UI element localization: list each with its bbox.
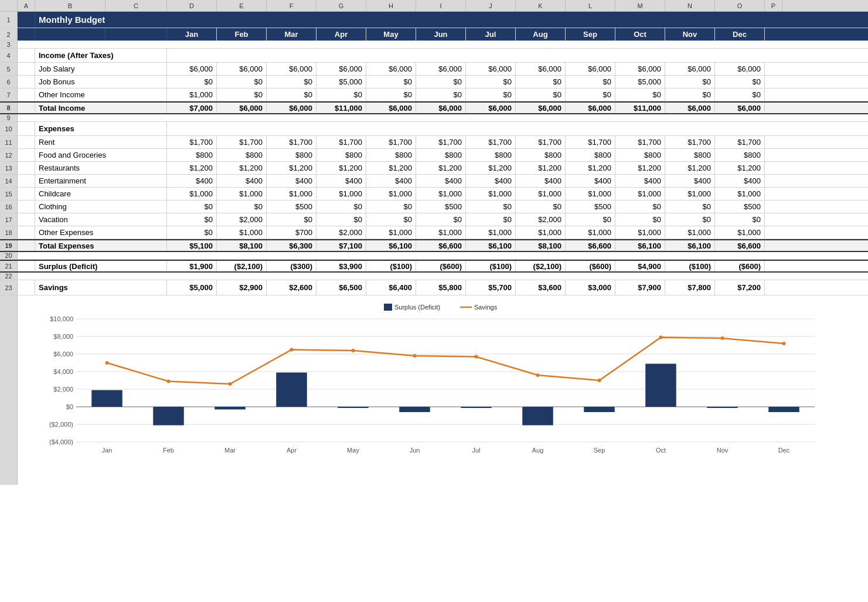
val-rent-may: $1,700 bbox=[366, 136, 416, 148]
row-6: 6 Job Bonus $0 $0 $0 $5,000 $0 $0 $0 $0 … bbox=[0, 76, 868, 89]
val-ti-aug: $6,000 bbox=[516, 103, 566, 113]
col-header-m: M bbox=[615, 0, 665, 11]
val-rent-mar: $1,700 bbox=[267, 136, 316, 148]
month-apr: Apr bbox=[316, 28, 366, 40]
svg-rect-23 bbox=[522, 407, 553, 426]
row-8: 8 Total Income $7,000 $6,000 $6,000 $11,… bbox=[0, 101, 868, 114]
val-te-sep: $6,600 bbox=[566, 240, 615, 251]
cell-17p bbox=[765, 213, 782, 226]
cell-4a bbox=[18, 49, 35, 62]
svg-rect-19 bbox=[276, 373, 307, 407]
val-ti-oct: $11,000 bbox=[615, 103, 665, 113]
svg-rect-27 bbox=[768, 407, 799, 412]
val-te-aug: $8,100 bbox=[516, 240, 566, 251]
val-sav-feb: $2,900 bbox=[217, 280, 267, 295]
row-17: 17 Vacation $0 $2,000 $0 $0 $0 $0 $0 $2,… bbox=[0, 213, 868, 226]
cell-10a bbox=[18, 122, 35, 135]
val-vac-sep: $0 bbox=[566, 213, 615, 226]
svg-text:Oct: Oct bbox=[656, 447, 666, 454]
val-other-dec: $0 bbox=[715, 89, 765, 101]
val-cloth-jul: $0 bbox=[466, 200, 516, 213]
val-food-jul: $800 bbox=[466, 149, 516, 161]
rn-12: 12 bbox=[0, 149, 18, 161]
val-te-feb: $8,100 bbox=[217, 240, 267, 251]
rn-23: 23 bbox=[0, 280, 18, 295]
row-2: 2 Jan Feb Mar Apr May Jun Jul Aug Sep Oc… bbox=[0, 28, 868, 41]
rn-9: 9 bbox=[0, 114, 18, 121]
val-te-may: $6,100 bbox=[366, 240, 416, 251]
val-rent-dec: $1,700 bbox=[715, 136, 765, 148]
row-9: 9 bbox=[0, 114, 868, 122]
chart-area: $10,000$8,000$6,000$4,000$2,000$0($2,000… bbox=[18, 295, 868, 485]
svg-text:Jun: Jun bbox=[410, 447, 420, 454]
val-bonus-nov: $0 bbox=[665, 76, 715, 88]
val-cloth-jan: $0 bbox=[167, 200, 217, 213]
val-ti-mar: $6,000 bbox=[267, 103, 316, 113]
val-rest-feb: $1,200 bbox=[217, 162, 267, 174]
label-vacation: Vacation bbox=[35, 213, 167, 226]
svg-text:Jul: Jul bbox=[472, 447, 480, 454]
row-22: 22 bbox=[0, 273, 868, 280]
val-oexp-mar: $700 bbox=[267, 226, 316, 239]
val-rest-nov: $1,200 bbox=[665, 162, 715, 174]
rn-11: 11 bbox=[0, 136, 18, 148]
svg-rect-26 bbox=[707, 407, 738, 408]
row-20: 20 bbox=[0, 252, 868, 260]
val-bonus-dec: $0 bbox=[715, 76, 765, 88]
svg-text:Nov: Nov bbox=[717, 447, 729, 454]
month-jun: Jun bbox=[416, 28, 466, 40]
val-bonus-oct: $5,000 bbox=[615, 76, 665, 88]
val-rest-mar: $1,200 bbox=[267, 162, 316, 174]
val-other-sep: $0 bbox=[566, 89, 615, 101]
row-4: 4 Income (After Taxes) bbox=[0, 49, 868, 63]
val-ent-nov: $400 bbox=[665, 175, 715, 187]
row-3: 3 bbox=[0, 41, 868, 49]
rn-14: 14 bbox=[0, 175, 18, 187]
svg-rect-22 bbox=[461, 407, 492, 408]
svg-text:Feb: Feb bbox=[163, 447, 174, 454]
svg-point-32 bbox=[352, 349, 355, 352]
cell-13a bbox=[18, 162, 35, 174]
val-bonus-feb: $0 bbox=[217, 76, 267, 88]
val-cloth-apr: $0 bbox=[316, 200, 366, 213]
month-mar: Mar bbox=[267, 28, 316, 40]
row-1: 1 Monthly Budget bbox=[0, 12, 868, 28]
val-cloth-oct: $0 bbox=[615, 200, 665, 213]
val-child-oct: $1,000 bbox=[615, 188, 665, 200]
val-ent-jan: $400 bbox=[167, 175, 217, 187]
row-12: 12 Food and Groceries $800 $800 $800 $80… bbox=[0, 149, 868, 162]
label-entertainment: Entertainment bbox=[35, 175, 167, 187]
label-job-salary: Job Salary bbox=[35, 63, 167, 75]
svg-rect-16 bbox=[91, 390, 122, 407]
cell-11p bbox=[765, 136, 782, 148]
val-rent-feb: $1,700 bbox=[217, 136, 267, 148]
val-other-oct: $0 bbox=[615, 89, 665, 101]
label-childcare: Childcare bbox=[35, 188, 167, 200]
val-sav-may: $6,400 bbox=[366, 280, 416, 295]
val-ent-sep: $400 bbox=[566, 175, 615, 187]
cell-9 bbox=[18, 114, 868, 121]
val-rest-jul: $1,200 bbox=[466, 162, 516, 174]
month-aug: Aug bbox=[516, 28, 566, 40]
val-sav-jun: $5,800 bbox=[416, 280, 466, 295]
val-child-jul: $1,000 bbox=[466, 188, 516, 200]
cell-5a bbox=[18, 63, 35, 75]
row-13: 13 Restaurants $1,200 $1,200 $1,200 $1,2… bbox=[0, 162, 868, 175]
val-rest-aug: $1,200 bbox=[516, 162, 566, 174]
col-header-h: H bbox=[366, 0, 416, 11]
svg-text:Apr: Apr bbox=[287, 447, 297, 454]
val-food-dec: $800 bbox=[715, 149, 765, 161]
rn-3: 3 bbox=[0, 41, 18, 48]
val-rent-oct: $1,700 bbox=[615, 136, 665, 148]
col-header-a: A bbox=[18, 0, 35, 11]
val-vac-oct: $0 bbox=[615, 213, 665, 226]
val-surp-aug: ($2,100) bbox=[516, 261, 566, 271]
col-header-d: D bbox=[167, 0, 217, 11]
val-cloth-feb: $0 bbox=[217, 200, 267, 213]
val-bonus-aug: $0 bbox=[516, 76, 566, 88]
col-header-row: A B C D E F G H I J K L M N O P bbox=[0, 0, 868, 12]
col-header-o: O bbox=[715, 0, 765, 11]
val-oexp-may: $1,000 bbox=[366, 226, 416, 239]
val-ent-dec: $400 bbox=[715, 175, 765, 187]
val-te-apr: $7,100 bbox=[316, 240, 366, 251]
